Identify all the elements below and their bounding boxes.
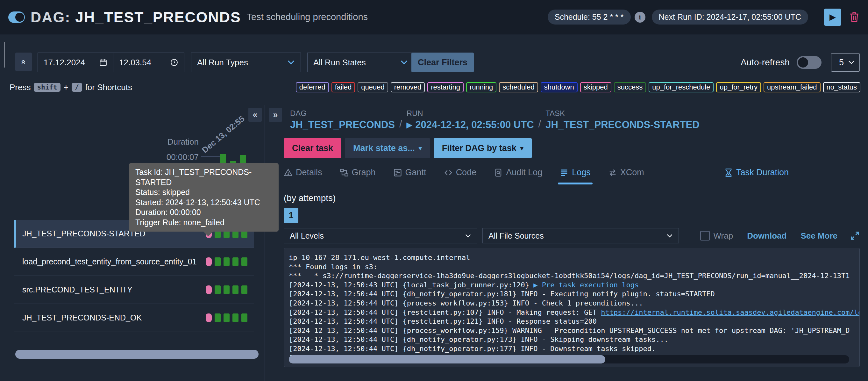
tab-gantt[interactable]: Gantt: [393, 168, 426, 184]
dag-pause-toggle[interactable]: [8, 11, 25, 23]
duration-gridline: [201, 156, 220, 157]
see-more-link[interactable]: See More: [801, 231, 837, 241]
state-square-success[interactable]: [215, 314, 221, 322]
task-name: JH_TEST_PRECONDS-STARTED: [22, 229, 146, 238]
task-name: src.PRECOND_TEST_ENTITY: [22, 285, 132, 294]
clear-task-button[interactable]: Clear task: [284, 138, 341, 158]
state-square-success[interactable]: [232, 286, 239, 294]
filter-bar: « 17.12.2024 12.03.54 All Run Types All …: [0, 53, 868, 72]
run-play-icon: ▶: [407, 121, 412, 129]
task-name: load_precond_test_entity_from_source_ent…: [22, 257, 197, 266]
state-square-success[interactable]: [232, 257, 239, 266]
task-row[interactable]: load_precond_test_entity_from_source_ent…: [14, 248, 254, 276]
hint-prefix: Press: [9, 83, 31, 92]
log-lines: ip-10-167-28-171.eu-west-1.compute.inter…: [289, 253, 859, 362]
state-square-success[interactable]: [232, 314, 239, 322]
breadcrumb-run-value[interactable]: ▶ 2024-12-12, 02:55:00 UTC: [407, 119, 534, 130]
collapse-filters-button[interactable]: «: [15, 53, 32, 71]
tab-graph-icon: [340, 168, 349, 177]
time-input[interactable]: 12.03.54: [113, 53, 184, 72]
run-column-label: Dec 13, 02:55: [200, 114, 246, 155]
legend-badge-deferred: deferred: [296, 82, 329, 92]
log-levels-value: All Levels: [290, 231, 324, 240]
state-square-success[interactable]: [215, 257, 221, 266]
tab-details[interactable]: Details: [284, 168, 322, 184]
task-list: JH_TEST_PRECONDS-STARTEDload_precond_tes…: [14, 220, 254, 332]
task-row[interactable]: JH_TEST_PRECONDS-END_OK: [14, 304, 254, 332]
legend-badge-scheduled: scheduled: [499, 82, 538, 92]
schedule-badge[interactable]: Schedule: 55 2 * * *: [548, 9, 631, 25]
chevron-down-icon: [848, 60, 855, 65]
toggle-knob: [798, 57, 808, 67]
caret-down-icon: ▾: [419, 144, 422, 152]
refresh-interval-value: 5: [839, 58, 844, 67]
log-sources-select[interactable]: All File Sources: [483, 228, 679, 243]
breadcrumb-dag-value[interactable]: JH_TEST_PRECONDS: [290, 119, 395, 130]
run-types-value: All Run Types: [197, 58, 248, 67]
breadcrumb-task-value[interactable]: JH_TEST_PRECONDS-STARTED: [546, 119, 699, 130]
tab-xcom-icon: [608, 168, 617, 177]
chevron-down-icon: [465, 234, 471, 238]
tab-task-duration[interactable]: Task Duration: [724, 168, 789, 184]
state-square-success[interactable]: [223, 314, 229, 322]
auto-refresh-toggle[interactable]: [797, 56, 822, 69]
log-levels-select[interactable]: All Levels: [284, 228, 477, 243]
log-output[interactable]: ip-10-167-28-171.eu-west-1.compute.inter…: [284, 248, 860, 367]
state-square-success[interactable]: [223, 257, 229, 266]
log-scrollbar-track[interactable]: [289, 355, 849, 363]
refresh-interval-select[interactable]: 5: [831, 53, 860, 72]
state-square-skipped[interactable]: [206, 286, 212, 294]
state-square-success[interactable]: [215, 286, 221, 294]
log-link[interactable]: https://internal.runtime.solita.saasdev.…: [601, 309, 859, 316]
breadcrumb-run-label: RUN: [407, 109, 534, 118]
top-header: DAG: JH_TEST_PRECONDS Test scheduling pr…: [0, 0, 868, 34]
breadcrumb-task: TASK JH_TEST_PRECONDS-STARTED: [546, 109, 699, 130]
legend-badge-failed: failed: [332, 82, 355, 92]
log-line-7: [2024-12-13, 12:50:44 UTC] {restclient.p…: [289, 317, 859, 326]
state-square-success[interactable]: [241, 286, 247, 294]
tab-code[interactable]: Code: [444, 168, 477, 184]
run-states-select[interactable]: All Run States: [307, 53, 414, 72]
download-link[interactable]: Download: [747, 231, 786, 241]
run-types-select[interactable]: All Run Types: [191, 53, 301, 72]
detail-pane: » DAG JH_TEST_PRECONDS / RUN ▶ 2024-12-1…: [265, 105, 868, 381]
detail-tabs: DetailsGraphGanttCodeAudit LogLogsXComTa…: [284, 168, 868, 192]
filter-dag-button[interactable]: Filter DAG by task ▾: [434, 138, 532, 158]
grid-next-button[interactable]: »: [269, 108, 282, 122]
fullscreen-button[interactable]: [850, 231, 860, 240]
grid-prev-button[interactable]: «: [248, 108, 262, 122]
tab-audit-log[interactable]: Audit Log: [494, 168, 542, 184]
task-actions: Clear task Mark state as... ▾ Filter DAG…: [284, 138, 532, 158]
attempt-1-button[interactable]: 1: [284, 208, 298, 223]
wrap-checkbox[interactable]: [700, 231, 710, 240]
legend-badge-up_for_retry: up_for_retry: [716, 82, 761, 92]
log-line-5: [2024-12-13, 12:50:44 UTC] {process_work…: [289, 299, 859, 308]
date-input[interactable]: 17.12.2024: [38, 53, 113, 72]
state-square-success[interactable]: [241, 314, 247, 322]
header-right: Schedule: 55 2 * * * i Next Run ID: 2024…: [548, 9, 860, 26]
clear-filters-button[interactable]: Clear Filters: [411, 53, 474, 72]
delete-dag-button[interactable]: [849, 11, 860, 23]
state-square-skipped[interactable]: [206, 314, 212, 322]
trigger-dag-button[interactable]: ▶: [824, 9, 841, 26]
calendar-icon: [99, 58, 107, 66]
state-legend: deferredfailedqueuedremovedrestartingrun…: [296, 82, 860, 92]
state-square-success[interactable]: [223, 286, 229, 294]
tab-graph[interactable]: Graph: [340, 168, 376, 184]
task-tooltip: Task Id: JH_TEST_PRECONDS-STARTEDStatus:…: [129, 163, 279, 232]
grid-pane: « Duration 00:00:07 Dec 13, 02:55 Task I…: [4, 105, 265, 381]
tab-xcom[interactable]: XCom: [608, 168, 644, 184]
chevron-down-icon: [287, 60, 295, 65]
tab-logs[interactable]: Logs: [560, 168, 591, 184]
state-square-success[interactable]: [241, 257, 247, 266]
state-square-skipped[interactable]: [206, 257, 212, 266]
log-scrollbar-thumb[interactable]: [289, 355, 605, 363]
grid-horizontal-scrollbar[interactable]: [15, 350, 258, 359]
mark-state-button[interactable]: Mark state as... ▾: [345, 138, 430, 158]
breadcrumb: DAG JH_TEST_PRECONDS / RUN ▶ 2024-12-12,…: [290, 109, 700, 130]
mark-state-label: Mark state as...: [353, 143, 415, 153]
tab-gantt-icon: [393, 168, 402, 177]
task-row[interactable]: src.PRECOND_TEST_ENTITY: [14, 276, 254, 304]
info-icon[interactable]: i: [634, 12, 645, 23]
tab-label: Logs: [572, 168, 591, 177]
